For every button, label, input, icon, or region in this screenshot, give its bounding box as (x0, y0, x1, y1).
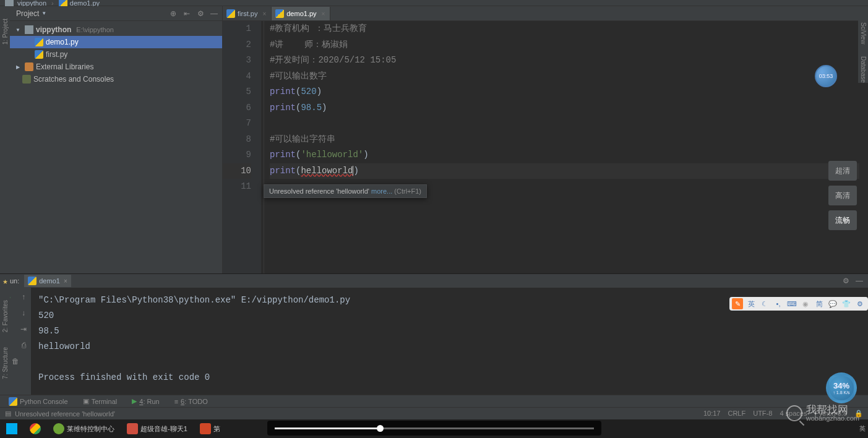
chevron-right-icon[interactable]: ▶ (14, 64, 22, 70)
hide-icon[interactable]: — (210, 9, 218, 18)
watermark: 我帮找网 wobangzhao.com (786, 405, 859, 422)
run-header: Run: demo1 × ⚙ — (0, 274, 868, 288)
locate-icon[interactable]: ⊕ (169, 9, 178, 18)
ime-settings-icon[interactable]: ⚙ (854, 298, 866, 309)
system-meter-badge[interactable]: 34% ↑ 1.8 K/s (826, 372, 857, 403)
timer-value: 03:53 (819, 73, 833, 79)
ime-skin-icon[interactable]: 👕 (841, 298, 852, 309)
tab-label: Terminal (92, 398, 118, 405)
breadcrumb-file[interactable]: demo1.py (70, 0, 100, 7)
ime-chat-icon[interactable]: 💬 (827, 298, 838, 309)
run-tab[interactable]: demo1 × (24, 275, 71, 287)
code-fn: print (270, 87, 296, 97)
close-icon[interactable]: × (64, 278, 67, 285)
project-panel: Project ▼ ⊕ ⇤ ⚙ — ▼ vippython E:\vippyth… (10, 6, 223, 273)
todo-icon: ≡ (174, 398, 178, 405)
status-icon[interactable]: ▤ (5, 410, 11, 418)
taskbar-browser[interactable] (26, 420, 45, 437)
system-tray[interactable]: 英 (859, 424, 866, 433)
terminal-icon: ▣ (83, 397, 89, 405)
ime-punct-icon[interactable]: •, (773, 298, 784, 309)
tray-lang[interactable]: 英 (859, 424, 866, 433)
quality-hd[interactable]: 高清 (828, 186, 857, 205)
tree-file-label: demo1.py (46, 38, 79, 46)
code-editor[interactable]: 1 2 3 4 5 6 7 8 9 10 11 #教育机构 ：马士兵教育 #讲 … (223, 21, 868, 273)
code-error-token: helloworld (301, 166, 353, 176)
hide-icon[interactable]: — (856, 277, 863, 285)
run-tab-bottom[interactable]: ▶ 4: Run (128, 397, 163, 405)
app-icon (127, 423, 138, 434)
favorites-tool-tab[interactable]: 2: Favorites (2, 300, 9, 332)
tree-root-path: E:\vippython (76, 26, 114, 33)
watermark-url: wobangzhao.com (806, 415, 859, 422)
close-icon[interactable]: × (322, 11, 325, 17)
dropdown-icon[interactable]: ▼ (41, 11, 46, 16)
bottom-tool-tabs: Python Console ▣ Terminal ▶ 4: Run ≡ 6: … (0, 395, 868, 407)
encoding[interactable]: UTF-8 (753, 410, 772, 418)
video-quality-selector: 超清 高清 流畅 (828, 161, 857, 230)
editor-tab-first[interactable]: first.py × (223, 7, 272, 20)
code-fn: print (270, 103, 296, 113)
tooltip-more-link[interactable]: more... (371, 187, 392, 195)
collapse-icon[interactable]: ⇤ (183, 9, 191, 18)
taskbar-app-3[interactable]: 第 (196, 420, 224, 437)
python-file-icon (28, 277, 37, 285)
gear-icon[interactable]: ⚙ (843, 277, 849, 285)
gear-icon[interactable]: ⚙ (196, 9, 205, 18)
progress-track[interactable] (275, 427, 594, 429)
tree-file-demo1[interactable]: demo1.py (10, 36, 222, 48)
print-button[interactable]: ⎙ (18, 340, 29, 351)
tree-external-libs[interactable]: ▶ External Libraries (10, 61, 222, 73)
close-icon[interactable]: × (262, 11, 266, 17)
library-icon (25, 62, 33, 71)
python-icon (9, 397, 17, 406)
database-tool-tab[interactable]: Database (860, 56, 867, 83)
tree-root[interactable]: ▼ vippython E:\vippython (10, 24, 222, 36)
breadcrumb-project[interactable]: vippython (17, 0, 46, 7)
error-tooltip: Unresolved reference 'helloworld' more..… (264, 184, 427, 198)
ime-user-icon[interactable]: ◉ (800, 298, 811, 309)
chevron-down-icon[interactable]: ▼ (14, 27, 22, 33)
down-button[interactable]: ↓ (18, 307, 29, 319)
tree-file-label: first.py (46, 50, 67, 59)
terminal-tab[interactable]: ▣ Terminal (79, 397, 121, 405)
taskbar-app-2[interactable]: 超级音雄-聊天1 (123, 420, 191, 437)
left-bottom-tool-tabs: ★ 2: Favorites 7: Structure (0, 278, 10, 390)
star-icon: ★ (2, 278, 8, 285)
tab-label: 6: TODO (181, 398, 208, 405)
ime-keyboard-icon[interactable]: ⌨ (786, 298, 797, 309)
code-content[interactable]: #教育机构 ：马士兵教育 #讲 师：杨淑娟 #开发时间：2020/5/12 15… (261, 21, 859, 273)
breadcrumb-separator-icon: › (51, 0, 54, 7)
ime-simp-button[interactable]: 简 (814, 298, 825, 309)
editor-tab-demo1[interactable]: demo1.py × (272, 7, 330, 20)
code-fn: print (270, 150, 296, 160)
project-tool-tab[interactable]: 1: Project (2, 19, 9, 45)
taskbar-label: 莱维特控制中心 (67, 424, 114, 434)
python-file-icon (275, 9, 284, 18)
trash-button[interactable]: 🗑 (10, 356, 21, 367)
video-progress-bar[interactable] (267, 421, 601, 436)
up-button[interactable]: ↑ (18, 291, 29, 303)
ime-logo-icon[interactable]: ✎ (732, 298, 743, 309)
line-ending[interactable]: CRLF (728, 410, 746, 418)
taskbar-app-1[interactable]: 莱维特控制中心 (49, 420, 118, 437)
quality-ultra[interactable]: 超清 (828, 161, 857, 181)
ime-lang-button[interactable]: 英 (746, 298, 757, 309)
tree-scratches[interactable]: Scratches and Consoles (10, 73, 222, 85)
tree-root-name: vippython (36, 25, 71, 34)
left-tool-tabs: 1: Project (0, 6, 10, 273)
ime-moon-icon[interactable]: ☾ (759, 298, 770, 309)
ime-toolbar[interactable]: ✎ 英 ☾ •, ⌨ ◉ 简 💬 👕 ⚙ (729, 297, 868, 311)
code-comment: #可以输出数字 (270, 71, 327, 81)
progress-thumb[interactable] (377, 425, 384, 432)
cursor-position[interactable]: 10:17 (703, 410, 721, 418)
run-tab-name: demo1 (39, 277, 60, 285)
quality-smooth[interactable]: 流畅 (828, 210, 857, 230)
tree-file-first[interactable]: first.py (10, 48, 222, 61)
sciview-tool-tab[interactable]: SciView (860, 22, 867, 44)
todo-tab[interactable]: ≡ 6: TODO (171, 398, 212, 405)
structure-tool-tab[interactable]: 7: Structure (2, 347, 9, 379)
soft-wrap-button[interactable]: ⇥ (18, 324, 29, 335)
start-button[interactable] (2, 420, 21, 437)
python-console-tab[interactable]: Python Console (5, 397, 72, 406)
